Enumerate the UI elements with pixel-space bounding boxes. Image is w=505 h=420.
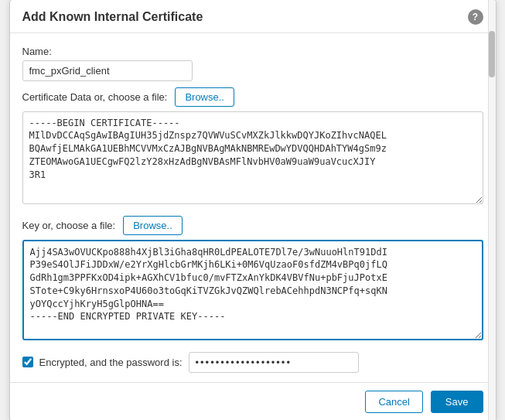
dialog-title: Add Known Internal Certificate <box>22 10 203 24</box>
name-input[interactable] <box>22 60 193 81</box>
encrypted-label: Encrypted, and the password is: <box>39 357 183 368</box>
name-section: Name: <box>22 46 483 81</box>
cert-label: Certificate Data or, choose a file: <box>22 91 168 103</box>
key-label: Key or, choose a file: <box>22 220 116 231</box>
key-header-row: Key or, choose a file: Browse.. <box>22 216 483 235</box>
dialog-header: Add Known Internal Certificate ? <box>10 0 496 33</box>
key-section: Key or, choose a file: Browse.. Ajj4SA3w… <box>22 216 483 343</box>
cert-textarea[interactable]: -----BEGIN CERTIFICATE----- MIlDvDCCAqSg… <box>22 111 483 204</box>
name-label: Name: <box>22 46 483 57</box>
help-icon[interactable]: ? <box>468 9 483 25</box>
password-input[interactable] <box>189 352 359 373</box>
cert-header-row: Certificate Data or, choose a file: Brow… <box>22 87 483 107</box>
encrypted-checkbox[interactable] <box>22 357 33 367</box>
add-certificate-dialog: Add Known Internal Certificate ? Name: C… <box>9 0 496 420</box>
encrypted-section: Encrypted, and the password is: <box>22 352 483 373</box>
key-browse-button[interactable]: Browse.. <box>123 216 183 235</box>
cancel-button[interactable]: Cancel <box>365 391 422 413</box>
cert-section: Certificate Data or, choose a file: Brow… <box>22 87 483 207</box>
cert-browse-button[interactable]: Browse.. <box>175 87 234 107</box>
dialog-body: Name: Certificate Data or, choose a file… <box>10 33 496 382</box>
key-textarea[interactable]: Ajj4SA3wOVUCKpo888h4XjBl3iGha8qHR0LdPEAL… <box>22 240 483 340</box>
scrollbar-track <box>488 0 496 420</box>
scrollbar-thumb <box>489 31 495 77</box>
dialog-footer: Cancel Save <box>10 382 496 421</box>
save-button[interactable]: Save <box>431 391 483 413</box>
